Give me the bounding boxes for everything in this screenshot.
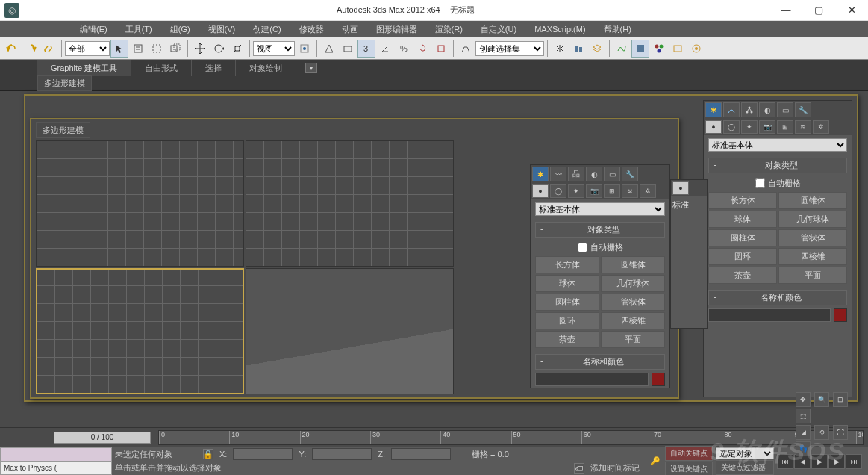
add-time-tag-label[interactable]: 添加时间标记 [590, 462, 640, 474]
x-coord-input[interactable] [233, 448, 293, 460]
set-key-button[interactable]: 设置关键点 [665, 462, 713, 475]
script-macro-button[interactable]: Max to Physcs ( [0, 462, 112, 476]
close-button[interactable]: ✕ [835, 1, 868, 20]
plane-button-2[interactable]: 平面 [601, 331, 665, 348]
pan-view-icon[interactable]: ✥ [796, 392, 811, 407]
geosphere-button-2[interactable]: 几何球体 [601, 275, 665, 292]
auto-grid-checkbox-2[interactable] [578, 243, 587, 252]
spacewarps-subtab-icon-2[interactable]: ≋ [622, 184, 638, 198]
geosphere-button[interactable]: 几何球体 [778, 211, 847, 228]
cylinder-button-2[interactable]: 圆柱体 [535, 294, 599, 311]
motion-tab-icon-2[interactable]: ◐ [586, 167, 602, 181]
time-ruler[interactable]: 0 10 20 30 40 50 60 70 80 90 100 [158, 430, 864, 445]
zoom-region-icon[interactable]: ⬚ [796, 409, 811, 423]
display-tab-icon-2[interactable]: ▭ [604, 167, 620, 181]
selection-filter-dropdown[interactable]: 全部 [65, 41, 110, 56]
goto-start-icon[interactable]: ⏮ [777, 454, 793, 469]
material-editor-icon[interactable] [650, 40, 668, 58]
create-tab-icon[interactable]: ✱ [705, 102, 722, 117]
sphere-button[interactable]: 球体 [708, 211, 777, 228]
lights-subtab-icon[interactable]: ✦ [741, 120, 758, 134]
undo-icon[interactable] [3, 40, 21, 58]
goto-end-icon[interactable]: ⏭ [846, 454, 862, 469]
spinner-snap-icon[interactable] [413, 40, 431, 58]
geometry-category-dropdown-2[interactable]: 标准基本体 [535, 202, 665, 216]
geometry-category-dropdown[interactable]: 标准基本体 [708, 138, 847, 152]
next-frame-icon[interactable]: ▶ [828, 454, 845, 469]
render-setup-icon[interactable] [669, 40, 687, 58]
select-region-icon[interactable] [148, 40, 166, 58]
cone-button-2[interactable]: 圆锥体 [601, 256, 665, 273]
key-mode-dropdown[interactable]: 选定对象 [716, 447, 774, 459]
angle-snap-icon[interactable] [376, 40, 394, 58]
shapes-subtab-icon-2[interactable]: ◯ [550, 184, 566, 198]
teapot-button-2[interactable]: 茶壶 [535, 331, 599, 348]
name-color-rollout-2[interactable]: -名称和颜色 [535, 354, 665, 370]
edit-named-sel-icon[interactable] [432, 40, 450, 58]
viewport-top[interactable] [36, 140, 244, 267]
keyboard-shortcut-icon[interactable] [339, 40, 357, 58]
link-icon[interactable] [40, 40, 58, 58]
tube-button-2[interactable]: 管状体 [601, 294, 665, 311]
utilities-tab-icon-2[interactable]: 🔧 [622, 167, 638, 181]
minimize-button[interactable]: — [769, 1, 802, 20]
cameras-subtab-icon[interactable]: 📷 [759, 120, 775, 134]
key-filters-button[interactable]: 关键点过滤器 [716, 460, 774, 475]
reference-coord-dropdown[interactable]: 视图 [253, 41, 295, 56]
menu-graph-editors[interactable]: 图形编辑器 [367, 22, 426, 37]
viewport-front[interactable] [246, 140, 454, 267]
tube-button[interactable]: 管状体 [778, 229, 847, 246]
helpers-subtab-icon-2[interactable]: ⊞ [604, 184, 620, 198]
rotate-icon[interactable] [210, 40, 228, 58]
geometry-subtab-icon-2[interactable]: ● [532, 184, 549, 198]
cone-button[interactable]: 圆锥体 [778, 192, 847, 209]
menu-create[interactable]: 创建(C) [244, 22, 290, 37]
geometry-subtab-icon[interactable]: ● [705, 120, 722, 134]
hierarchy-tab-icon-2[interactable]: 品 [568, 167, 584, 181]
graphite-tab-freeform[interactable]: 自由形式 [131, 60, 192, 76]
render-icon[interactable] [687, 40, 705, 58]
time-tag-icon[interactable]: 🏷 [574, 463, 584, 474]
scale-icon[interactable] [228, 40, 246, 58]
play-icon[interactable]: ▶ [811, 454, 828, 469]
auto-key-button[interactable]: 自动关键点 [665, 446, 713, 461]
torus-button[interactable]: 圆环 [708, 248, 777, 265]
viewport-left[interactable] [36, 268, 244, 394]
modify-tab-icon-2[interactable]: 〰 [550, 167, 566, 181]
menu-animation[interactable]: 动画 [333, 22, 367, 37]
percent-snap-icon[interactable]: % [395, 40, 413, 58]
menu-customize[interactable]: 自定义(U) [472, 22, 525, 37]
select-object-icon[interactable] [110, 40, 128, 58]
sphere-button-2[interactable]: 球体 [535, 275, 599, 292]
box-button[interactable]: 长方体 [708, 192, 777, 209]
graphite-tab-paint[interactable]: 对象绘制 [236, 60, 296, 76]
lights-subtab-icon-2[interactable]: ✦ [568, 184, 584, 198]
helpers-subtab-icon[interactable]: ⊞ [777, 120, 793, 134]
ribbon-pin-icon[interactable]: ▾ [305, 63, 317, 73]
poly-modeling-button[interactable]: 多边形建模 [37, 75, 92, 91]
named-selection-dropdown[interactable]: 创建选择集 [475, 41, 544, 56]
y-coord-input[interactable] [312, 448, 372, 460]
snap-toggle-icon[interactable]: 3 [357, 40, 375, 58]
key-icon[interactable]: 🔑 [649, 455, 662, 468]
pyramid-button[interactable]: 四棱锥 [778, 248, 847, 265]
graphite-tab-selection[interactable]: 选择 [192, 60, 236, 76]
geometry-subtab-peek[interactable]: ● [672, 181, 689, 195]
curve-editor-icon[interactable] [613, 40, 631, 58]
viewport-perspective[interactable] [246, 268, 454, 394]
menu-edit[interactable]: 编辑(E) [71, 22, 116, 37]
menu-modifiers[interactable]: 修改器 [290, 22, 333, 37]
name-color-rollout[interactable]: -名称和颜色 [708, 290, 847, 305]
teapot-button[interactable]: 茶壶 [708, 267, 777, 284]
spacewarps-subtab-icon[interactable]: ≋ [795, 120, 811, 134]
menu-maxscript[interactable]: MAXScript(M) [525, 22, 594, 36]
floating-panel-mid[interactable]: 多边形建模 ✱ 〰 品 ◐ ▭ 🔧 ● ◯ ✦ 📷 ⊞ [30, 118, 679, 399]
object-name-input-2[interactable] [535, 373, 649, 386]
window-crossing-icon[interactable] [166, 40, 184, 58]
menu-help[interactable]: 帮助(H) [595, 22, 640, 37]
lock-selection-icon[interactable]: 🔒 [203, 449, 213, 459]
modify-tab-icon[interactable] [723, 102, 740, 117]
menu-group[interactable]: 组(G) [161, 22, 199, 37]
shapes-subtab-icon[interactable]: ◯ [723, 120, 740, 134]
fov-icon[interactable]: ◢ [796, 425, 811, 440]
